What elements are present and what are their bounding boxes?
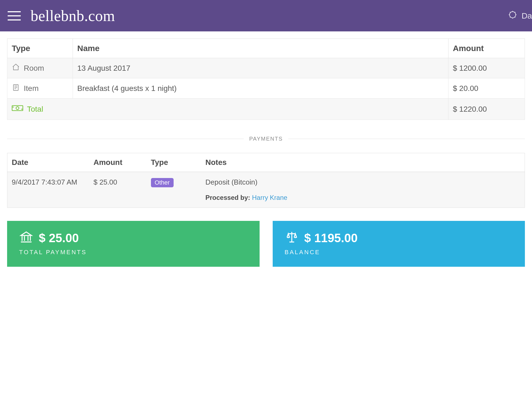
payments-section-divider: PAYMENTS: [7, 136, 525, 142]
cash-icon: [12, 103, 23, 115]
charge-name: Breakfast (4 guests x 1 night): [73, 78, 448, 99]
note-icon: [12, 83, 20, 93]
total-payments-label: TOTAL PAYMENTS: [19, 249, 248, 256]
processed-by-label: Processed by:: [206, 194, 250, 201]
charge-name: 13 August 2017: [73, 58, 448, 78]
charges-header-type: Type: [7, 39, 73, 58]
payment-type-badge: Other: [151, 178, 174, 187]
payments-header-notes: Notes: [201, 153, 525, 172]
header-right: Da: [508, 0, 532, 31]
scale-icon: [285, 230, 299, 246]
balance-amount: $ 1195.00: [304, 231, 358, 245]
menu-button[interactable]: [8, 9, 21, 22]
payments-header-amount: Amount: [89, 153, 147, 172]
total-payments-card: $ 25.00 TOTAL PAYMENTS: [7, 221, 260, 267]
app-logo: bellebnb.com: [31, 7, 115, 25]
payments-table: Date Amount Type Notes 9/4/2017 7:43:07 …: [7, 153, 525, 208]
payments-section-title: PAYMENTS: [244, 136, 288, 142]
payment-meta-row: Processed by: Harry Krane: [7, 192, 525, 208]
bank-icon: [19, 230, 33, 246]
balance-label: BALANCE: [285, 249, 513, 256]
svg-line-8: [515, 12, 515, 13]
charges-table: Type Name Amount Room 13 Au: [7, 38, 525, 120]
svg-line-5: [510, 12, 510, 13]
charges-total-amount: $ 1220.00: [448, 99, 525, 120]
charges-header-amount: Amount: [448, 39, 525, 58]
charge-type-label: Room: [24, 64, 44, 73]
svg-point-14: [16, 107, 19, 110]
charge-amount: $ 20.00: [448, 78, 525, 99]
total-payments-amount: $ 25.00: [39, 231, 79, 245]
svg-line-7: [510, 17, 510, 17]
payment-notes: Deposit (Bitcoin): [201, 172, 525, 192]
app-header: bellebnb.com Da: [0, 0, 532, 31]
svg-line-6: [515, 17, 515, 17]
charge-amount: $ 1200.00: [448, 58, 525, 78]
charge-row: Room 13 August 2017 $ 1200.00: [7, 58, 525, 78]
payment-date: 9/4/2017 7:43:07 AM: [7, 172, 89, 192]
payments-header-type: Type: [147, 153, 201, 172]
balance-card: $ 1195.00 BALANCE: [273, 221, 525, 267]
payment-row: 9/4/2017 7:43:07 AM $ 25.00 Other Deposi…: [7, 172, 525, 192]
processed-by-link[interactable]: Harry Krane: [252, 194, 287, 201]
summary-cards: $ 25.00 TOTAL PAYMENTS $ 1195.00 BALANCE: [7, 221, 525, 267]
charges-total-row: Total $ 1220.00: [7, 99, 525, 120]
settings-icon[interactable]: [508, 10, 517, 21]
svg-point-0: [509, 12, 516, 18]
payments-header-date: Date: [7, 153, 89, 172]
charge-type-label: Item: [24, 84, 38, 93]
charges-total-label: Total: [27, 105, 43, 114]
house-icon: [12, 63, 20, 73]
charges-header-name: Name: [73, 39, 448, 58]
payment-amount: $ 25.00: [89, 172, 147, 192]
charge-row: Item Breakfast (4 guests x 1 night) $ 20…: [7, 78, 525, 99]
header-right-text[interactable]: Da: [522, 11, 532, 20]
